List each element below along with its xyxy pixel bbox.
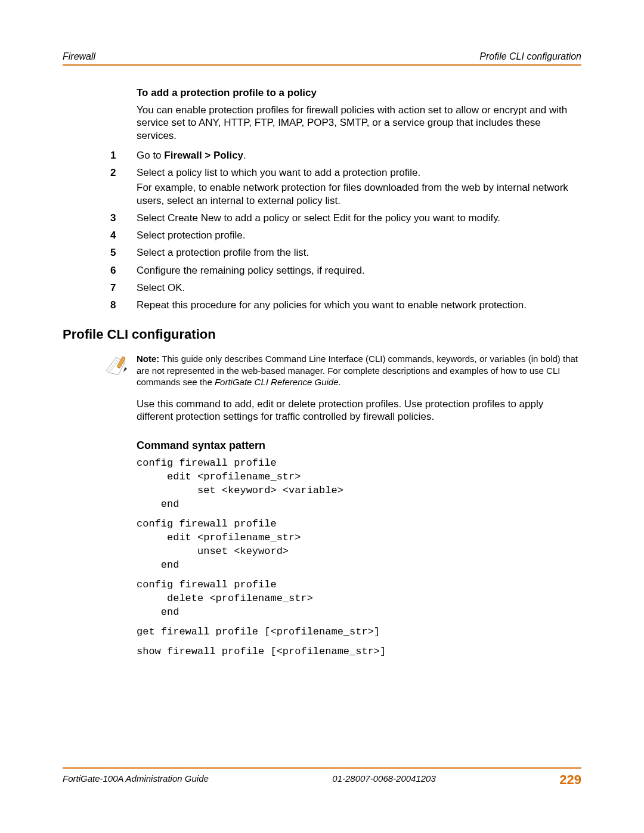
section-heading-cli: Profile CLI configuration <box>63 327 581 342</box>
cli-block-2: config firewall profile edit <profilenam… <box>137 518 581 572</box>
cli-block-5: show firewall profile [<profilename_str>… <box>137 645 581 659</box>
procedure-title: To add a protection profile to a policy <box>137 87 581 99</box>
page-number: 229 <box>559 773 581 786</box>
note-text: Note: This guide only describes Command … <box>137 353 581 388</box>
cli-block-4: get firewall profile [<profilename_str>] <box>137 625 581 639</box>
step-5: Select a protection profile from the lis… <box>113 246 581 259</box>
step-4: Select protection profile. <box>113 229 581 241</box>
cli-block-1: config firewall profile edit <profilenam… <box>137 457 581 512</box>
procedure-steps: Go to Firewall > Policy. Select a policy… <box>137 149 581 312</box>
svg-marker-1 <box>123 367 127 372</box>
footer-center: 01-28007-0068-20041203 <box>332 773 436 786</box>
step-2: Select a policy list to which you want t… <box>113 166 581 207</box>
header-left: Firewall <box>63 51 95 62</box>
step-8: Repeat this procedure for any policies f… <box>113 299 581 311</box>
step-1: Go to Firewall > Policy. <box>113 149 581 162</box>
step-3: Select Create New to add a policy or sel… <box>113 212 581 224</box>
syntax-heading: Command syntax pattern <box>137 439 581 452</box>
step-6: Configure the remaining policy settings,… <box>113 264 581 277</box>
footer-rule <box>63 767 581 769</box>
cli-block-3: config firewall profile delete <profilen… <box>137 578 581 620</box>
page-footer: FortiGate-100A Administration Guide 01-2… <box>63 767 581 786</box>
step-7: Select OK. <box>113 281 581 294</box>
running-header: Firewall Profile CLI configuration <box>63 0 581 62</box>
header-right: Profile CLI configuration <box>479 51 581 62</box>
note-icon <box>103 354 132 380</box>
note-block: Note: This guide only describes Command … <box>137 353 581 388</box>
procedure-intro: You can enable protection profiles for f… <box>137 104 581 142</box>
footer-left: FortiGate-100A Administration Guide <box>63 773 209 786</box>
cli-intro: Use this command to add, edit or delete … <box>137 398 581 423</box>
